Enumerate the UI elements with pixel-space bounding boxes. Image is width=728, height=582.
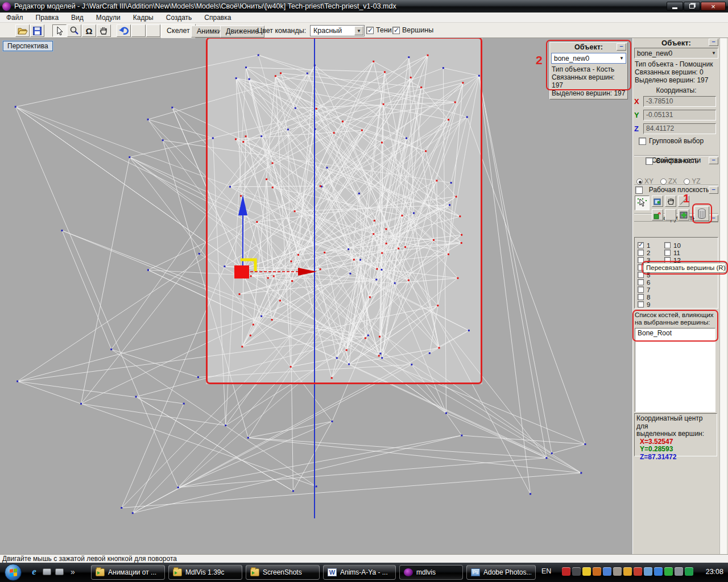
vertex-group-checkbox[interactable] bbox=[638, 250, 644, 256]
vertex-group-1[interactable]: 1 bbox=[638, 242, 650, 249]
vertex-group-checkbox[interactable] bbox=[638, 286, 644, 293]
tray-icon-3[interactable] bbox=[582, 567, 591, 576]
minimize-panel-button[interactable]: – bbox=[617, 43, 626, 51]
taskbar-task-1[interactable]: Анимации от ... bbox=[91, 565, 165, 580]
minimize-section-button[interactable]: – bbox=[709, 186, 718, 194]
tray-icon-12[interactable] bbox=[675, 567, 683, 576]
title-bar: Редактор моделей - J:\WarCraft III\Addit… bbox=[0, 0, 728, 13]
taskbar-task-3[interactable]: ScreenShots bbox=[246, 565, 320, 580]
minimize-section-button[interactable]: – bbox=[709, 39, 718, 46]
group-select-checkbox[interactable] bbox=[639, 138, 646, 145]
tab-skeleton[interactable]: Скелет bbox=[161, 24, 196, 38]
minimize-section-button[interactable]: – bbox=[709, 157, 718, 164]
vertex-group-10[interactable]: 10 bbox=[664, 242, 681, 249]
quicklaunch-ie-button[interactable]: e bbox=[28, 566, 40, 577]
tray-icon-4[interactable] bbox=[593, 567, 601, 576]
rotate-tool-button[interactable]: Ω bbox=[82, 24, 96, 37]
chevron-down-icon[interactable]: ▼ bbox=[354, 26, 363, 35]
menu-help[interactable]: Справка bbox=[198, 13, 237, 22]
select-tool-button[interactable] bbox=[52, 24, 67, 37]
chevron-down-icon[interactable]: ▼ bbox=[712, 51, 716, 56]
chevron-down-icon[interactable]: ▼ bbox=[619, 56, 624, 61]
taskbar-task-6[interactable]: PsAdobe Photos... bbox=[466, 565, 536, 580]
tray-icon-9[interactable] bbox=[644, 567, 652, 576]
vertex-group-11[interactable]: 11 bbox=[664, 249, 680, 256]
y-coordinate-field[interactable]: -0.05131 bbox=[643, 110, 716, 120]
vertex-group-checkbox[interactable] bbox=[638, 279, 644, 285]
tray-icon-10[interactable] bbox=[654, 567, 663, 576]
vertex-group-7[interactable]: 7 bbox=[638, 286, 650, 293]
vertex-group-8[interactable]: 8 bbox=[638, 293, 650, 301]
vertex-group-2[interactable]: 2 bbox=[638, 249, 650, 256]
tray-icon-1[interactable] bbox=[562, 567, 570, 576]
menu-edit[interactable]: Правка bbox=[30, 13, 65, 22]
taskbar-task-4[interactable]: WAnims-A-Ya - ... bbox=[323, 565, 396, 580]
vertex-group-checkbox[interactable] bbox=[638, 301, 644, 307]
menu-frames[interactable]: Кадры bbox=[127, 13, 160, 22]
object-select[interactable]: bone_new0 ▼ bbox=[634, 48, 718, 59]
tray-icon-13[interactable] bbox=[685, 567, 693, 576]
taskbar-task-5[interactable]: mdlvis bbox=[399, 565, 463, 580]
plane-yz-radio[interactable]: YZ bbox=[684, 177, 700, 185]
vertex-group-checkbox[interactable] bbox=[664, 242, 671, 248]
select-vertices-tool-button[interactable] bbox=[635, 196, 650, 210]
add-bone-tool-button[interactable] bbox=[678, 209, 689, 221]
tray-icon-8[interactable] bbox=[634, 567, 642, 576]
open-button[interactable] bbox=[15, 24, 30, 37]
bone-list-item[interactable]: Bone_Root bbox=[635, 329, 715, 338]
quicklaunch-switcher-button[interactable] bbox=[53, 566, 65, 577]
menu-modules[interactable]: Модули bbox=[90, 13, 127, 22]
rebind-vertices-tool-button[interactable] bbox=[694, 206, 709, 221]
vertices-checkbox[interactable] bbox=[392, 27, 400, 34]
close-button[interactable]: × bbox=[701, 2, 726, 11]
vertex-group-checkbox[interactable] bbox=[664, 250, 671, 256]
taskbar-task-2[interactable]: MdlVis 1.39c bbox=[168, 565, 242, 580]
shadows-toggle[interactable]: Тени bbox=[366, 26, 392, 34]
plane-xy-radio[interactable]: XY bbox=[636, 177, 653, 185]
vertex-group-checkbox[interactable] bbox=[638, 294, 644, 300]
team-color-select[interactable]: Красный ▼ bbox=[310, 25, 365, 36]
tray-icon-7[interactable] bbox=[623, 567, 632, 576]
undo-button[interactable] bbox=[117, 24, 131, 37]
save-button[interactable] bbox=[30, 24, 44, 37]
vertex-group-label: 10 bbox=[673, 242, 681, 249]
plane-zx-radio[interactable]: ZX bbox=[660, 177, 677, 185]
menu-file[interactable]: Файл bbox=[0, 13, 30, 22]
shadows-checkbox[interactable] bbox=[366, 27, 374, 34]
vertex-group-label: 11 bbox=[673, 250, 680, 256]
selected-vertices-text: Выделено вершин: 197 bbox=[552, 89, 626, 97]
tray-icon-5[interactable] bbox=[603, 567, 611, 576]
zoom-tool-button[interactable] bbox=[67, 24, 81, 37]
language-indicator[interactable]: EN bbox=[541, 567, 551, 575]
quicklaunch-show-desktop-button[interactable] bbox=[41, 566, 52, 577]
bone-list[interactable]: Bone_Root bbox=[635, 328, 715, 412]
move-tool-button[interactable] bbox=[665, 196, 676, 207]
sync-toggle[interactable]: Синфазность bbox=[646, 157, 698, 165]
draw-bone-tool-button[interactable] bbox=[652, 209, 663, 221]
menu-view[interactable]: Вид bbox=[65, 13, 90, 22]
sidebar-scroll-strip[interactable] bbox=[719, 38, 727, 554]
pan-tool-button[interactable] bbox=[97, 24, 111, 37]
sync-checkbox[interactable] bbox=[646, 157, 653, 165]
viewport-3d[interactable]: Перспектива bbox=[0, 38, 632, 554]
tray-icon-6[interactable] bbox=[613, 567, 622, 576]
x-coordinate-field[interactable]: -3.78510 bbox=[643, 96, 716, 107]
floating-object-select[interactable]: bone_new0 ▼ bbox=[551, 53, 626, 64]
folder-icon bbox=[173, 568, 182, 576]
group-select-toggle[interactable]: Групповой выбор bbox=[639, 137, 704, 145]
work-plane-checkbox[interactable] bbox=[635, 186, 643, 194]
vertex-group-checkbox[interactable] bbox=[638, 242, 644, 248]
tray-icon-2[interactable] bbox=[572, 567, 581, 576]
vertex-group-6[interactable]: 6 bbox=[638, 278, 650, 286]
viewport-label[interactable]: Перспектива bbox=[3, 41, 53, 51]
start-button[interactable] bbox=[5, 564, 22, 581]
minimize-button[interactable] bbox=[667, 2, 683, 11]
extrude-tool-button[interactable] bbox=[652, 196, 663, 207]
quicklaunch-overflow-button[interactable]: » bbox=[67, 566, 78, 577]
vertex-group-9[interactable]: 9 bbox=[638, 301, 650, 308]
restore-button[interactable] bbox=[684, 2, 700, 11]
menu-create[interactable]: Создать bbox=[160, 13, 198, 22]
z-coordinate-field[interactable]: 84.41172 bbox=[643, 123, 716, 134]
tray-icon-11[interactable] bbox=[664, 567, 673, 576]
vertices-toggle[interactable]: Вершины bbox=[392, 26, 433, 34]
